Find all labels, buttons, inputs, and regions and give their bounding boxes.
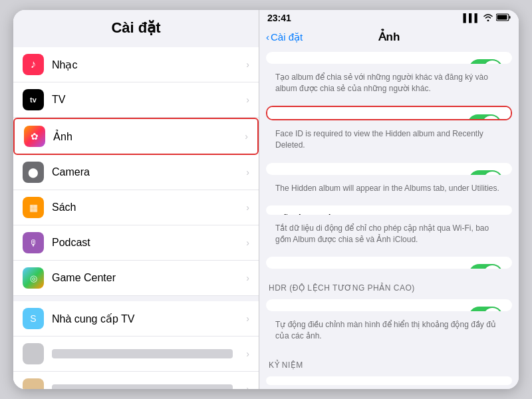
- back-chevron-icon: ‹: [266, 31, 269, 43]
- mobile-data-section: Dữ liệu di động ›: [266, 205, 512, 214]
- settings-item-podcast[interactable]: 🎙 Podcast ›: [13, 225, 259, 261]
- blurred-item-2: ›: [13, 372, 259, 389]
- hidden-album-row[interactable]: Hiển thị album Bị ẩn: [266, 163, 512, 175]
- hdr-toggle[interactable]: [469, 307, 503, 311]
- svg-rect-2: [509, 16, 511, 19]
- memories-section-header: KỶ NIỆM: [259, 350, 519, 372]
- hdr-desc: Tự động điều chỉnh màn hình để hiển thị …: [266, 315, 512, 348]
- status-time: 23:41: [267, 13, 291, 23]
- face-id-label: Use Face ID: [277, 119, 467, 120]
- photos-label: Ảnh: [53, 130, 245, 143]
- mobile-data-desc: Tắt dữ liệu di động để chỉ cho phép cập …: [266, 219, 512, 252]
- podcast-label: Podcast: [52, 237, 246, 249]
- auto-play-section: Tự động phát video và Live Photos: [266, 257, 512, 269]
- blurred-items-section: › › › › ›: [13, 336, 259, 389]
- chevron-icon: ›: [246, 59, 249, 70]
- blurred-settings-list: S Nhà cung cấp TV ›: [13, 301, 259, 336]
- memories-label: Đặt lại các kỷ niệm được gợi ý: [275, 384, 503, 385]
- chevron-icon: ›: [246, 313, 249, 324]
- face-id-desc: Face ID is required to view the Hidden a…: [266, 124, 512, 158]
- status-bar: 23:41 ▌▌▌: [259, 10, 519, 26]
- memories-section: Đặt lại các kỷ niệm được gợi ý: [266, 376, 512, 385]
- album-share-section: Album được chia sẻ: [266, 52, 512, 64]
- photos-icon: ✿: [24, 126, 45, 147]
- status-icons: ▌▌▌: [463, 13, 511, 23]
- tv-icon: tv: [23, 89, 44, 110]
- settings-item-photos[interactable]: ✿ Ảnh ›: [13, 118, 259, 155]
- blurred-item-1: ›: [13, 336, 259, 372]
- settings-list: ♪ Nhạc › tv TV › ✿ Ảnh › ⬤ Camera ›: [13, 47, 259, 296]
- signal-icon: ▌▌▌: [463, 13, 480, 23]
- left-panel: Cài đặt ♪ Nhạc › tv TV › ✿ Ảnh › ⬤: [13, 10, 259, 389]
- chevron-icon: ›: [246, 273, 249, 283]
- mobile-data-row[interactable]: Dữ liệu di động ›: [266, 205, 512, 214]
- settings-item-tv[interactable]: tv TV ›: [13, 82, 259, 118]
- gamecenter-label: Game Center: [52, 272, 246, 284]
- hidden-album-desc: The Hidden album will appear in the Albu…: [266, 179, 512, 201]
- hdr-section: Xem HDR đầy đủ: [266, 299, 512, 311]
- settings-item-gamecenter[interactable]: ◎ Game Center ›: [13, 261, 259, 296]
- tvprovider-icon: S: [23, 308, 44, 329]
- right-panel: 23:41 ▌▌▌: [259, 10, 519, 389]
- auto-play-toggle[interactable]: [469, 264, 503, 269]
- music-label: Nhạc: [52, 59, 246, 71]
- settings-item-tvprovider[interactable]: S Nhà cung cấp TV ›: [13, 301, 259, 336]
- tv-label: TV: [52, 94, 246, 106]
- album-share-row[interactable]: Album được chia sẻ: [266, 52, 512, 64]
- settings-title: Cài đặt: [13, 10, 259, 42]
- books-label: Sách: [52, 201, 246, 213]
- face-id-row[interactable]: Use Face ID: [267, 107, 511, 120]
- mobile-data-chevron-icon: ›: [499, 213, 503, 214]
- camera-icon: ⬤: [23, 162, 44, 183]
- hdr-row[interactable]: Xem HDR đầy đủ: [266, 299, 512, 311]
- battery-icon: [496, 13, 511, 23]
- memories-row[interactable]: Đặt lại các kỷ niệm được gợi ý: [266, 376, 512, 385]
- settings-item-camera[interactable]: ⬤ Camera ›: [13, 155, 259, 190]
- chevron-icon: ›: [246, 94, 249, 105]
- chevron-icon: ›: [246, 202, 249, 213]
- back-label: Cài đặt: [271, 31, 303, 43]
- wifi-icon: [483, 13, 493, 23]
- face-id-toggle[interactable]: [467, 114, 501, 120]
- settings-item-books[interactable]: ▦ Sách ›: [13, 190, 259, 225]
- settings-item-music[interactable]: ♪ Nhạc ›: [13, 47, 259, 82]
- auto-play-row[interactable]: Tự động phát video và Live Photos: [266, 257, 512, 269]
- back-button[interactable]: ‹ Cài đặt: [266, 31, 303, 43]
- chevron-icon: ›: [245, 131, 248, 142]
- books-icon: ▦: [23, 197, 44, 218]
- page-title: Ảnh: [378, 30, 400, 44]
- hdr-section-header: HDR (ĐỘ LỆCH TƯƠNG PHẢN CAO): [259, 273, 519, 295]
- face-id-section: Use Face ID: [266, 106, 512, 120]
- album-share-toggle[interactable]: [469, 59, 503, 64]
- mobile-data-label: Dữ liệu di động: [275, 213, 499, 214]
- chevron-icon: ›: [246, 237, 249, 248]
- album-share-desc: Tạo album để chia sẻ với những người khá…: [266, 68, 512, 101]
- chevron-icon: ›: [246, 167, 249, 178]
- svg-rect-1: [497, 15, 507, 19]
- tvprovider-label: Nhà cung cấp TV: [52, 313, 246, 325]
- right-nav: ‹ Cài đặt Ảnh: [259, 26, 519, 48]
- hidden-album-toggle[interactable]: [469, 170, 503, 175]
- hidden-album-section: Hiển thị album Bị ẩn: [266, 163, 512, 175]
- gamecenter-icon: ◎: [23, 267, 44, 289]
- camera-label: Camera: [52, 166, 246, 178]
- podcast-icon: 🎙: [23, 232, 44, 253]
- music-icon: ♪: [23, 54, 44, 75]
